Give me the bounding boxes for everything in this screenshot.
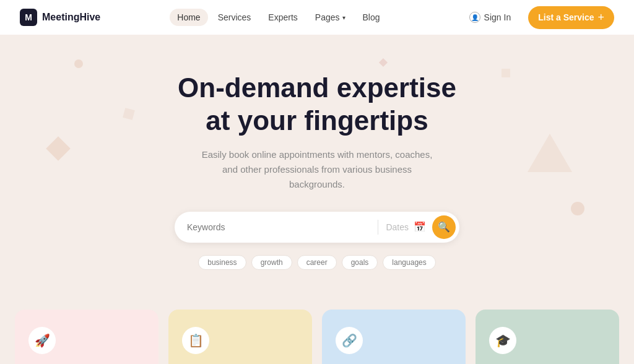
tag-career[interactable]: career	[297, 255, 337, 270]
user-icon: 👤	[469, 12, 480, 23]
card-icon-coaching: 🚀	[28, 327, 56, 354]
nav-home[interactable]: Home	[170, 9, 207, 26]
nav-experts[interactable]: Experts	[261, 9, 305, 26]
search-dates-area[interactable]: Dates 📅	[386, 221, 426, 233]
deco-diamond-br	[379, 58, 388, 67]
nav-blog[interactable]: Blog	[355, 9, 388, 26]
nav-pages[interactable]: Pages ▾	[308, 9, 353, 26]
card-consulting[interactable]: 🔗 Consulting Quisque tempor urna libero …	[322, 310, 466, 364]
list-service-button[interactable]: List a Service +	[528, 6, 614, 29]
card-coaching[interactable]: 🚀 Coaching Aliquam tristique et suscipit…	[15, 310, 158, 364]
search-keywords-input[interactable]	[187, 222, 370, 232]
search-bar: Dates 📅 🔍	[175, 212, 459, 243]
deco-triangle-right	[528, 134, 572, 172]
card-icon-tutoring: 🎓	[489, 327, 516, 354]
navbar: M MeetingHive Home Services Experts Page…	[0, 0, 634, 35]
logo-name: MeetingHive	[42, 12, 100, 23]
card-mentoring[interactable]: 📋 Mentoring Fusce feugiat sodales tortor…	[168, 310, 312, 364]
chevron-down-icon: ▾	[342, 14, 345, 21]
dates-placeholder: Dates	[386, 222, 409, 232]
service-cards-section: 🚀 Coaching Aliquam tristique et suscipit…	[0, 295, 634, 364]
search-icon: 🔍	[438, 221, 450, 233]
calendar-icon: 📅	[414, 221, 426, 233]
sign-in-link[interactable]: 👤 Sign In	[462, 8, 519, 27]
nav-services[interactable]: Services	[211, 9, 259, 26]
deco-rect-top-right	[502, 69, 510, 77]
tag-business[interactable]: business	[198, 255, 246, 270]
tag-languages[interactable]: languages	[383, 255, 435, 270]
logo-icon: M	[20, 9, 37, 26]
card-icon-mentoring: 📋	[182, 327, 209, 354]
hero-title: On-demand expertise at your fingertips	[12, 72, 622, 137]
nav-links: Home Services Experts Pages ▾ Blog	[170, 9, 387, 26]
search-button[interactable]: 🔍	[432, 215, 456, 239]
hero-subtitle: Easily book online appointments with men…	[199, 147, 435, 192]
deco-circle-top-left	[74, 59, 83, 68]
plus-icon: +	[597, 11, 604, 24]
logo[interactable]: M MeetingHive	[20, 9, 100, 26]
tag-goals[interactable]: goals	[342, 255, 378, 270]
deco-diamond-left	[46, 136, 71, 161]
tag-growth[interactable]: growth	[251, 255, 292, 270]
search-divider	[378, 220, 378, 235]
search-tags: businessgrowthcareergoalslanguages	[12, 255, 622, 270]
card-tutoring[interactable]: 🎓 Tutoring Morbi tempor eros et mauris p…	[476, 310, 619, 364]
hero-section: On-demand expertise at your fingertips E…	[0, 35, 634, 295]
card-icon-consulting: 🔗	[336, 327, 363, 354]
deco-circle-right	[571, 202, 584, 215]
